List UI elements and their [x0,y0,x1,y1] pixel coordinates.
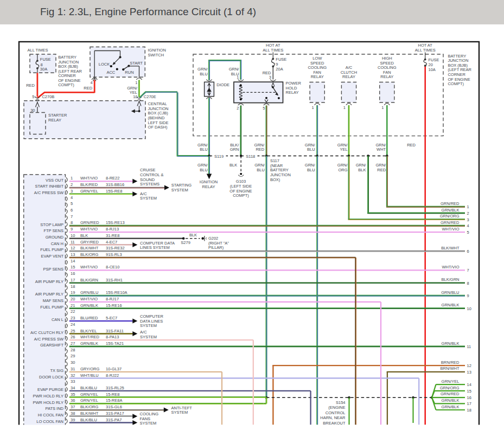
svg-text:8: 8 [71,220,73,225]
svg-text:16: 16 [71,271,75,276]
svg-text:19: 19 [71,290,75,295]
svg-text:RELAY: RELAY [202,184,215,189]
svg-text:36: 36 [71,398,75,403]
svg-text:2: 2 [237,106,239,111]
svg-text:C270E: C270E [144,94,156,99]
svg-text:1: 1 [312,105,314,110]
svg-text:8-CE10: 8-CE10 [106,265,119,269]
svg-text:WHT/VIO: WHT/VIO [442,265,459,269]
svg-text:15-RE8A: 15-RE8A [106,398,122,403]
svg-text:31: 31 [71,367,75,371]
svg-text:GRN/YEL: GRN/YEL [80,392,98,397]
svg-text:SYSTEM: SYSTEM [140,196,157,201]
svg-text:28: 28 [71,348,75,352]
svg-text:A/C PRESS SW: A/C PRESS SW [34,337,64,342]
svg-text:RED: RED [84,86,92,91]
svg-text:YEL: YEL [340,147,347,152]
svg-text:8-RE22: 8-RE22 [106,176,119,181]
svg-text:BLK: BLK [358,168,366,172]
svg-text:21: 21 [71,303,75,308]
svg-text:GRN: GRN [230,147,239,152]
svg-text:CAN L: CAN L [52,317,63,322]
svg-text:GRN/BLK: GRN/BLK [442,208,460,213]
svg-text:10A: 10A [429,67,436,72]
svg-text:RELAY: RELAY [342,74,355,79]
svg-text:8: 8 [467,281,469,286]
svg-text:ACC: ACC [106,70,115,75]
svg-text:SYSTEM: SYSTEM [140,421,157,426]
svg-text:C270B: C270B [42,94,54,99]
svg-text:EVAP PURGE: EVAP PURGE [37,387,63,392]
svg-text:ALL TIMES: ALL TIMES [263,48,283,53]
svg-text:3: 3 [467,217,469,222]
svg-text:26: 26 [71,335,75,339]
svg-text:15-RE8: 15-RE8 [106,392,119,397]
svg-text:1: 1 [343,105,346,110]
svg-text:24: 24 [71,322,75,327]
svg-text:S154: S154 [336,400,346,405]
svg-text:91S-RL3: 91S-RL3 [106,252,122,257]
svg-text:8-PA13: 8-PA13 [106,335,119,339]
svg-text:3: 3 [269,75,271,80]
svg-text:LINES SYSTEM: LINES SYSTEM [140,245,170,250]
svg-text:2: 2 [467,211,469,216]
svg-text:GROUND: GROUND [46,235,64,240]
svg-text:12: 12 [71,246,75,250]
svg-text:HI COOL FAN: HI COOL FAN [38,413,63,417]
svg-text:15S-RE10A: 15S-RE10A [106,290,127,295]
svg-text:22: 22 [71,309,75,314]
svg-text:PWR HOLD RLY: PWR HOLD RLY [33,394,63,399]
svg-text:BLK/ORG: BLK/ORG [80,404,99,409]
svg-text:SYSTEM: SYSTEM [140,335,157,339]
svg-text:20A: 20A [276,67,283,72]
svg-text:BLK/BLU: BLK/BLU [80,417,97,422]
svg-text:GRN/ORG: GRN/ORG [440,385,460,390]
svg-text:13: 13 [71,252,75,257]
svg-text:OF DASH): OF DASH) [148,125,168,130]
svg-text:PSP SENS: PSP SENS [43,267,63,272]
svg-text:15: 15 [71,265,75,269]
svg-text:BLK/WHT: BLK/WHT [80,246,99,250]
svg-text:PWR HOLD RLY: PWR HOLD RLY [33,400,63,405]
svg-text:GRN/BLK: GRN/BLK [442,404,460,409]
svg-text:BLU: BLU [257,168,265,172]
svg-text:18: 18 [467,408,471,413]
svg-text:GRN/RED: GRN/RED [441,201,460,206]
svg-text:FUSE: FUSE [276,57,286,62]
svg-text:WHT/RED: WHT/RED [80,335,100,339]
svg-text:GRN/BLK: GRN/BLK [80,341,98,346]
svg-text:BLK/RED: BLK/RED [80,182,98,187]
svg-text:8: 8 [40,62,42,67]
svg-text:31S-RE32: 31S-RE32 [106,246,125,250]
svg-text:GRN/ORG: GRN/ORG [440,214,460,218]
svg-text:FUEL PUMP: FUEL PUMP [40,305,63,310]
svg-text:A/C CLUTCH RLY: A/C CLUTCH RLY [30,330,63,335]
svg-text:31S-GL6: 31S-GL6 [106,404,122,409]
svg-text:5: 5 [32,94,34,99]
svg-text:BLK/BLU: BLK/BLU [80,385,97,390]
svg-text:15S-TA21: 15S-TA21 [106,341,124,346]
svg-text:17: 17 [71,278,75,282]
svg-text:MAF SENS: MAF SENS [43,298,63,303]
svg-text:27: 27 [71,341,75,346]
svg-text:11: 11 [467,344,471,349]
svg-text:RELAY: RELAY [311,74,324,79]
svg-text:5: 5 [263,106,265,111]
svg-text:SYSTEM: SYSTEM [171,188,188,192]
svg-text:VSS OUT: VSS OUT [46,178,63,183]
svg-text:BLK: BLK [189,233,197,237]
svg-text:SYSTEMS: SYSTEMS [140,182,160,187]
svg-text:AIR PUMP RLY: AIR PUMP RLY [35,279,63,284]
svg-text:BLU: BLU [200,168,208,172]
svg-text:4: 4 [71,195,73,200]
svg-text:1: 1 [71,176,73,181]
svg-text:BLU: BLU [200,147,208,152]
svg-text:6: 6 [71,208,73,213]
svg-text:7: 7 [71,214,73,219]
svg-text:9: 9 [71,227,73,232]
svg-text:31-RE8: 31-RE8 [106,233,119,238]
svg-text:ALL TIMES: ALL TIMES [415,48,436,53]
svg-text:20: 20 [71,297,75,301]
svg-text:COMPT): COMPT) [233,193,249,198]
svg-text:A/C PRESS SW: A/C PRESS SW [34,190,64,195]
